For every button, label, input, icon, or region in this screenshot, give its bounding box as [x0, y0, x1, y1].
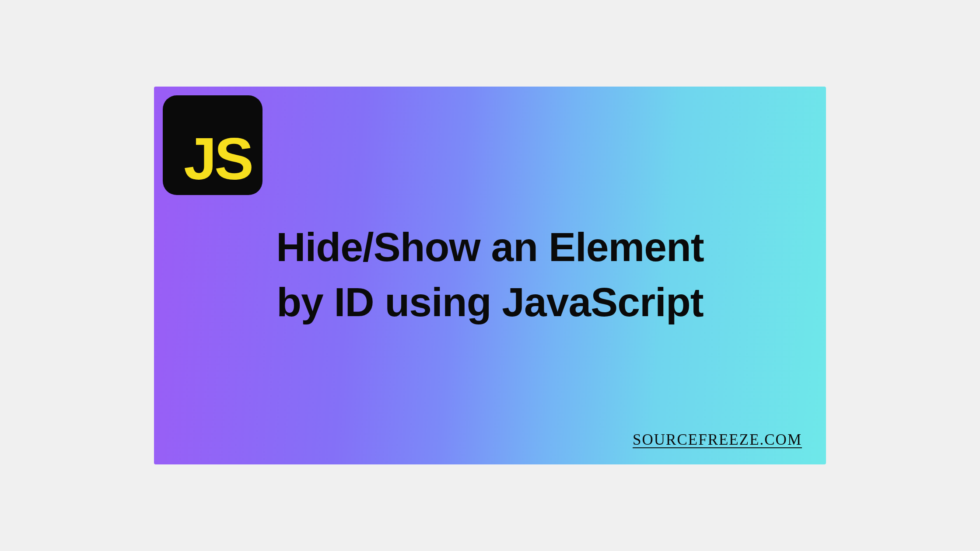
- main-title: Hide/Show an Element by ID using JavaScr…: [154, 220, 826, 330]
- js-logo: JS: [163, 95, 262, 195]
- content-card: JS Hide/Show an Element by ID using Java…: [154, 87, 826, 464]
- title-line-1: Hide/Show an Element: [276, 224, 704, 270]
- js-logo-text: JS: [184, 129, 252, 188]
- attribution-link[interactable]: SOURCEFREEZE.COM: [633, 431, 802, 449]
- title-line-2: by ID using JavaScript: [276, 279, 703, 325]
